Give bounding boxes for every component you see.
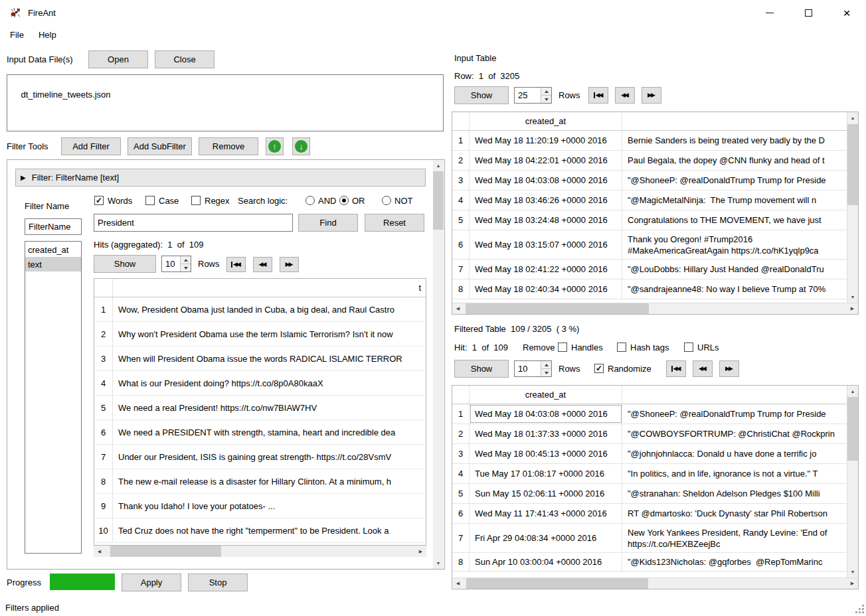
results-text-column-header[interactable]: t xyxy=(113,279,426,297)
and-radio[interactable] xyxy=(305,196,315,205)
results-prev-page-button[interactable]: ◀◀ xyxy=(253,257,272,272)
file-list-box[interactable]: dt_timeline_tweets.json xyxy=(7,74,444,131)
maximize-button[interactable] xyxy=(789,0,827,25)
scroll-thumb[interactable] xyxy=(466,578,648,589)
reset-button[interactable]: Reset xyxy=(365,214,424,232)
results-row[interactable]: 3When will President Obama issue the wor… xyxy=(94,346,426,371)
table-row[interactable]: 3Wed May 18 00:45:13 +0000 2016"@johnjoh… xyxy=(452,444,847,464)
spinner-down-icon[interactable] xyxy=(541,96,551,103)
scroll-up-icon[interactable]: ▲ xyxy=(847,386,858,397)
table-row[interactable]: 2Wed May 18 01:37:33 +0000 2016"@COWBOYS… xyxy=(452,424,847,444)
results-horizontal-scrollbar[interactable]: ◀ ▶ xyxy=(94,546,426,557)
results-row[interactable]: 6We need a PRESIDENT with strength, stam… xyxy=(94,420,426,445)
scroll-thumb[interactable] xyxy=(433,171,444,230)
table-row[interactable]: 4Wed May 18 03:46:26 +0000 2016"@MagicMe… xyxy=(452,191,847,210)
words-checkbox[interactable]: ✓ xyxy=(94,196,104,205)
scroll-right-icon[interactable]: ▶ xyxy=(847,303,858,314)
scroll-down-icon[interactable]: ▼ xyxy=(847,291,858,303)
add-subfilter-button[interactable]: Add SubFilter xyxy=(128,137,192,155)
show-results-button[interactable]: Show xyxy=(94,255,156,273)
field-item-created-at[interactable]: created_at xyxy=(25,242,81,257)
scroll-left-icon[interactable]: ◀ xyxy=(452,303,464,314)
spinner-up-icon[interactable] xyxy=(541,88,551,96)
menu-file[interactable]: File xyxy=(3,27,31,43)
table-row[interactable]: 3Wed May 18 04:03:08 +0000 2016"@ShoneeP… xyxy=(452,171,847,191)
spinner-up-icon[interactable] xyxy=(181,256,191,264)
find-button[interactable]: Find xyxy=(298,214,358,232)
scroll-thumb[interactable] xyxy=(847,397,858,461)
scroll-thumb[interactable] xyxy=(110,546,221,557)
scroll-thumb[interactable] xyxy=(466,303,649,314)
table-row[interactable]: 7Fri Apr 29 04:08:34 +0000 2016New York … xyxy=(452,524,847,553)
input-rows-spinner[interactable]: 25 xyxy=(514,87,552,104)
menu-help[interactable]: Help xyxy=(31,27,64,43)
filtered-table-hscrollbar[interactable]: ◀ ▶ xyxy=(452,578,858,589)
input-table-vscrollbar[interactable]: ▲ ▼ xyxy=(847,112,858,303)
scroll-down-icon[interactable]: ▼ xyxy=(847,566,858,578)
filter-collapse-header[interactable]: ▶ Filter: FilterName [text] xyxy=(15,169,426,187)
case-checkbox[interactable]: ✓ xyxy=(145,196,155,205)
minimize-button[interactable] xyxy=(750,0,789,25)
randomize-checkbox[interactable]: ✓ xyxy=(594,364,604,373)
table-row[interactable]: 6Wed May 18 03:15:07 +0000 2016Thank you… xyxy=(452,230,847,260)
results-next-page-button[interactable]: ▶▶ xyxy=(280,257,299,272)
urls-checkbox[interactable]: ✓ xyxy=(684,343,693,352)
table-row[interactable]: 5Wed May 18 03:24:48 +0000 2016Congratul… xyxy=(452,210,847,230)
table-row[interactable]: 1Wed May 18 11:20:19 +0000 2016Bernie Sa… xyxy=(452,131,847,151)
results-row[interactable]: 10Ted Cruz does not have the right "temp… xyxy=(94,518,426,543)
results-row[interactable]: 5We need a real President! https://t.co/… xyxy=(94,396,426,420)
spinner-down-icon[interactable] xyxy=(181,264,191,271)
filter-panel-scrollbar[interactable]: ▲ ▼ xyxy=(433,160,444,569)
close-button[interactable]: × xyxy=(827,0,866,25)
table-row[interactable]: 7Wed May 18 02:41:22 +0000 2016"@LouDobb… xyxy=(452,260,847,279)
input-show-button[interactable]: Show xyxy=(454,86,509,104)
scroll-up-icon[interactable]: ▲ xyxy=(433,160,444,171)
regex-checkbox[interactable]: ✓ xyxy=(191,196,201,205)
scroll-up-icon[interactable]: ▲ xyxy=(847,112,858,123)
open-button[interactable]: Open xyxy=(88,50,148,68)
results-row[interactable]: 8The new e-mail release is a disaster fo… xyxy=(94,469,426,494)
results-row[interactable]: 7Under our President, ISIS is gaining gr… xyxy=(94,445,426,469)
created-at-column-header[interactable]: created_at xyxy=(470,112,622,130)
results-row[interactable]: 9Thank you Idaho! I love your potatoes- … xyxy=(94,494,426,518)
input-first-page-button[interactable]: ◀◀ xyxy=(588,87,608,104)
input-table-hscrollbar[interactable]: ◀ ▶ xyxy=(452,303,858,314)
filtered-show-button[interactable]: Show xyxy=(454,360,509,378)
stop-button[interactable]: Stop xyxy=(188,574,248,591)
input-next-page-button[interactable]: ▶▶ xyxy=(642,87,661,104)
search-input[interactable] xyxy=(94,214,293,232)
results-row[interactable]: 2Why won't President Obama use the term … xyxy=(94,322,426,346)
results-row[interactable]: 4What is our President doing? https://t.… xyxy=(94,371,426,396)
scroll-right-icon[interactable]: ▶ xyxy=(415,546,426,557)
results-first-page-button[interactable]: ◀◀ xyxy=(226,257,246,272)
table-row[interactable]: 8Sun Apr 10 03:00:04 +0000 2016"@Kids123… xyxy=(452,553,847,572)
filtered-prev-page-button[interactable]: ◀◀ xyxy=(693,360,713,377)
apply-button[interactable]: Apply xyxy=(122,574,181,591)
results-rows-spinner[interactable]: 10 xyxy=(161,256,191,272)
table-row-selected[interactable]: 1Wed May 18 04:03:08 +0000 2016"@ShoneeP… xyxy=(452,404,847,424)
remove-filter-button[interactable]: Remove xyxy=(199,137,258,155)
table-row[interactable]: 5Sun May 15 02:06:11 +0000 2016"@stranah… xyxy=(452,484,847,504)
filtered-rows-spinner[interactable]: 10 xyxy=(514,360,552,377)
spinner-up-icon[interactable] xyxy=(541,361,551,369)
hashtags-checkbox[interactable]: ✓ xyxy=(617,343,626,352)
field-item-text[interactable]: text xyxy=(25,257,81,271)
table-row[interactable]: 8Wed May 18 02:40:34 +0000 2016"@sandraj… xyxy=(452,279,847,299)
handles-checkbox[interactable]: ✓ xyxy=(558,343,567,352)
spinner-down-icon[interactable] xyxy=(541,369,551,376)
scroll-left-icon[interactable]: ◀ xyxy=(94,546,105,557)
filtered-table-vscrollbar[interactable]: ▲ ▼ xyxy=(847,386,858,578)
scroll-thumb[interactable] xyxy=(847,124,858,205)
filter-name-input[interactable] xyxy=(25,218,82,235)
input-prev-page-button[interactable]: ◀◀ xyxy=(615,87,635,104)
not-radio[interactable] xyxy=(382,196,391,205)
results-row[interactable]: 1Wow, President Obama just landed in Cub… xyxy=(94,297,426,322)
add-filter-button[interactable]: Add Filter xyxy=(61,137,121,155)
resize-grip[interactable] xyxy=(855,605,865,614)
or-radio[interactable] xyxy=(339,196,349,205)
table-row[interactable]: 2Wed May 18 04:22:01 +0000 2016Paul Bega… xyxy=(452,151,847,171)
close-file-button[interactable]: Close xyxy=(155,50,215,68)
move-filter-down-button[interactable]: ↓ xyxy=(292,137,310,155)
scroll-down-icon[interactable]: ▼ xyxy=(433,558,444,569)
table-row[interactable]: 4Tue May 17 01:08:17 +0000 2016"In polit… xyxy=(452,464,847,484)
